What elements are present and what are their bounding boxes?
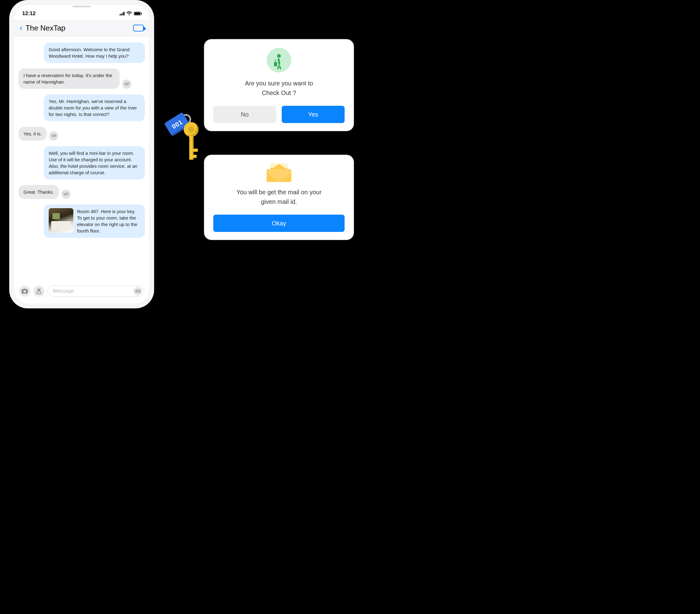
thank-you-dialog: THANK YOU You will be get the mail on yo… bbox=[203, 154, 354, 241]
message-incoming: Good afternoon. Welcome to the Grand Woo… bbox=[44, 42, 145, 63]
room-key-illustration: 001 bbox=[166, 114, 207, 167]
chat-scroll[interactable]: Good afternoon. Welcome to the Grand Woo… bbox=[14, 36, 149, 282]
battery-icon bbox=[134, 12, 141, 15]
dialog-line: Check Out ? bbox=[213, 88, 345, 98]
avatar: VP bbox=[122, 79, 131, 89]
okay-button[interactable]: Okay bbox=[213, 214, 345, 232]
key-tooth-icon bbox=[192, 149, 198, 152]
phone-notch bbox=[73, 5, 91, 8]
wifi-icon bbox=[126, 11, 132, 16]
message-input[interactable]: iMessage bbox=[48, 285, 144, 297]
message-outgoing: Yes, it is. bbox=[18, 127, 47, 140]
dialog-message: You will be get the mail on your given m… bbox=[213, 187, 345, 207]
dialog-actions: No Yes bbox=[213, 106, 345, 123]
status-icons bbox=[120, 11, 141, 16]
message-outgoing-row: Great. Thanks. VP bbox=[18, 185, 145, 199]
message-outgoing: Great. Thanks. bbox=[18, 185, 59, 199]
dialog-line: Are you sure you want to bbox=[213, 79, 345, 88]
thank-you-envelope-icon: THANK YOU bbox=[267, 163, 291, 182]
message-incoming: Well, you will find a mini-bar in your r… bbox=[44, 146, 145, 180]
message-outgoing-row: I have a reservation for today. It's und… bbox=[18, 69, 145, 89]
dialog-message: Are you sure you want to Check Out ? bbox=[213, 79, 345, 98]
message-outgoing: I have a reservation for today. It's und… bbox=[18, 69, 120, 89]
phone-mockup: 12:12 ‹ The NexTap Good afternoon. Welco… bbox=[9, 0, 154, 308]
traveler-icon bbox=[277, 54, 281, 65]
phone-screen: 12:12 ‹ The NexTap Good afternoon. Welco… bbox=[14, 5, 149, 304]
message-outgoing-row: Yes, it is. VP bbox=[18, 127, 145, 140]
voice-input-button[interactable] bbox=[134, 287, 142, 295]
input-placeholder: iMessage bbox=[53, 288, 74, 294]
room-photo-thumbnail[interactable] bbox=[49, 208, 73, 233]
no-button[interactable]: No bbox=[213, 106, 276, 123]
message-incoming-with-image: Room 487. Here is your key. To get to yo… bbox=[44, 205, 145, 238]
message-incoming: Yes, Mr. Hannighan, we've reserved a dou… bbox=[44, 94, 145, 121]
chat-title: The NexTap bbox=[26, 24, 130, 33]
cellular-icon bbox=[120, 12, 125, 15]
avatar: VP bbox=[49, 131, 58, 140]
input-bar: iMessage bbox=[14, 282, 149, 304]
key-head-icon bbox=[184, 122, 199, 137]
dialog-line: given mail id. bbox=[213, 197, 345, 207]
message-text: Room 487. Here is your key. To get to yo… bbox=[77, 208, 140, 234]
checkout-confirm-dialog: Are you sure you want to Check Out ? No … bbox=[203, 39, 354, 132]
camera-icon bbox=[22, 288, 28, 294]
key-tooth-icon bbox=[192, 155, 197, 158]
checkout-icon-circle bbox=[267, 48, 291, 73]
back-button[interactable]: ‹ bbox=[20, 23, 23, 33]
status-time: 12:12 bbox=[22, 11, 36, 17]
yes-button[interactable]: Yes bbox=[282, 106, 345, 123]
dialog-line: You will be get the mail on your bbox=[213, 187, 345, 197]
avatar: VP bbox=[61, 190, 71, 199]
nav-bar: ‹ The NexTap bbox=[14, 20, 149, 36]
app-store-icon bbox=[36, 288, 42, 294]
camera-button[interactable] bbox=[19, 285, 30, 297]
video-call-button[interactable] bbox=[133, 25, 143, 32]
waveform-icon bbox=[135, 289, 140, 293]
app-store-button[interactable] bbox=[33, 285, 45, 297]
